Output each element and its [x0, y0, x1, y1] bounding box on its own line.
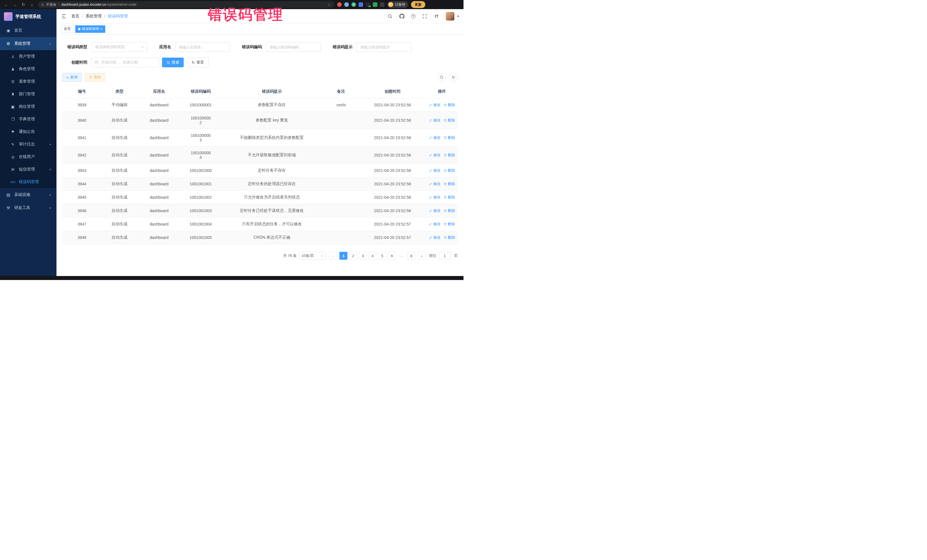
delete-link[interactable]: 删除	[444, 168, 455, 173]
sidebar-item[interactable]: ▣岗位管理	[0, 100, 56, 113]
cell-id: 3943	[62, 164, 102, 178]
browser-profile-chip[interactable]: 已暂停	[388, 1, 408, 8]
delete-link[interactable]: 删除	[444, 118, 455, 123]
picker-extension-icon[interactable]	[344, 2, 349, 7]
edit-link[interactable]: 修改	[429, 102, 441, 108]
bookmark-star-icon[interactable]: ☆	[327, 2, 331, 7]
record-extension-icon[interactable]	[337, 2, 342, 7]
github-icon[interactable]	[399, 14, 405, 19]
error-message-input[interactable]	[357, 42, 411, 52]
cell-remark	[323, 204, 359, 217]
search-icon[interactable]	[387, 14, 393, 19]
home-icon[interactable]: ⌂	[29, 2, 35, 7]
warning-icon: ⚠	[41, 3, 44, 6]
edit-link[interactable]: 修改	[429, 195, 441, 200]
edit-link[interactable]: 修改	[429, 181, 441, 187]
green-extension-icon[interactable]	[373, 2, 377, 7]
breadcrumb-item[interactable]: 首页	[71, 14, 79, 19]
cell-type: 自动生成	[102, 204, 137, 217]
error-type-select[interactable]: 请选择错误码类型 ∨	[91, 42, 147, 52]
app-name-input[interactable]	[175, 42, 230, 52]
goto-page-input[interactable]	[439, 252, 451, 260]
sidebar-item[interactable]: ✉短信管理∨	[0, 163, 56, 176]
edit-link[interactable]: 修改	[429, 135, 441, 140]
search-button[interactable]: 搜索	[162, 58, 184, 67]
sidebar-toggle-icon[interactable]	[61, 14, 67, 19]
sidebar-item[interactable]: ◎在线用户	[0, 150, 56, 163]
delete-link[interactable]: 删除	[444, 181, 455, 187]
next-page-button[interactable]: ›	[418, 252, 426, 260]
prev-page-button[interactable]: ‹	[329, 252, 337, 260]
edit-link[interactable]: 修改	[429, 222, 441, 227]
sidebar-item[interactable]: ✎审计日志∨	[0, 138, 56, 150]
sidebar-item[interactable]: ◉首页	[0, 24, 56, 37]
reset-button[interactable]: ↻ 重置	[187, 58, 208, 67]
tab[interactable]: 错误码管理×	[75, 25, 105, 33]
sidebar-item[interactable]: ⚒研发工具∨	[0, 201, 56, 214]
chevron-down-icon[interactable]: ▾	[457, 14, 459, 18]
vue-devtools-icon[interactable]	[351, 2, 356, 7]
users-icon: ♟	[10, 67, 16, 71]
extension-puzzle-icon[interactable]	[380, 2, 384, 7]
sidebar-item[interactable]: ⚙系统管理∧	[0, 37, 56, 50]
edit-link[interactable]: 修改	[429, 235, 441, 240]
delete-link[interactable]: 删除	[444, 235, 455, 240]
tab-label: 首页	[64, 27, 71, 31]
add-button[interactable]: + 新增	[62, 73, 82, 82]
edit-link[interactable]: 修改	[429, 208, 441, 213]
sidebar-item[interactable]: ♟角色管理	[0, 63, 56, 75]
app-logo[interactable]: 芋道管理系统	[0, 9, 56, 24]
forward-icon[interactable]: →	[12, 2, 18, 7]
sidebar-item[interactable]: </>错误码管理	[0, 176, 56, 188]
sidebar-item[interactable]: ♜部门管理	[0, 88, 56, 100]
sidebar-menu: ◉首页⚙系统管理∧♙用户管理♟角色管理☰菜单管理♜部门管理▣岗位管理❐字典管理⚑…	[0, 24, 56, 276]
reload-icon[interactable]: ↻	[21, 2, 26, 7]
page-size-select[interactable]: 10条/页 ∨	[299, 252, 326, 260]
address-bar[interactable]: ⚠ 不安全 | dashboard.yudao.iocoder.cn /syst…	[38, 1, 334, 8]
sidebar-item[interactable]: ❐字典管理	[0, 113, 56, 126]
date-range-picker[interactable]: 开始日期 - 结束日期	[91, 58, 159, 67]
edit-link[interactable]: 修改	[429, 118, 441, 123]
page-button[interactable]: 3	[359, 252, 367, 260]
sidebar-item[interactable]: ♙用户管理	[0, 50, 56, 63]
tab[interactable]: 首页	[61, 25, 74, 33]
cell-type: 自动生成	[102, 129, 137, 147]
apps-grid-extension-icon[interactable]	[359, 2, 363, 7]
sidebar-item-label: 首页	[14, 28, 22, 33]
end-date-placeholder: 结束日期	[123, 60, 138, 65]
sidebar-item[interactable]: ⚑通知公告	[0, 126, 56, 138]
cell-id: 3940	[62, 112, 102, 129]
proxy-switch-extension-icon[interactable]	[366, 2, 370, 7]
show-search-button[interactable]	[437, 73, 446, 82]
delete-link[interactable]: 删除	[444, 135, 455, 140]
cell-message: 定时任务已经处于该状态，无需修改	[220, 204, 324, 217]
page-button[interactable]: 2	[349, 252, 357, 260]
help-icon[interactable]: ?	[411, 14, 416, 18]
breadcrumb-item[interactable]: 系统管理	[85, 14, 102, 19]
sidebar-item[interactable]: ☰菜单管理	[0, 75, 56, 88]
export-button[interactable]: ↧ 导出	[85, 73, 105, 82]
pager-more-button[interactable]: ···	[398, 252, 406, 260]
delete-link[interactable]: 删除	[444, 222, 455, 227]
edit-link[interactable]: 修改	[429, 153, 441, 158]
page-button[interactable]: 1	[339, 252, 347, 260]
page-button[interactable]: 8	[407, 252, 415, 260]
back-icon[interactable]: ←	[3, 2, 9, 7]
font-size-icon[interactable]	[434, 14, 439, 19]
refresh-table-button[interactable]: ↻	[449, 73, 458, 82]
fullscreen-icon[interactable]	[422, 14, 427, 19]
error-code-input[interactable]	[266, 42, 321, 52]
sidebar-item[interactable]: ▤基础设施∨	[0, 188, 56, 201]
delete-link[interactable]: 删除	[444, 195, 455, 200]
close-icon[interactable]: ×	[100, 27, 102, 31]
delete-link[interactable]: 删除	[444, 208, 455, 213]
page-button[interactable]: 6	[388, 252, 396, 260]
page-button[interactable]: 5	[378, 252, 386, 260]
browser-update-button[interactable]: 更新	[411, 1, 425, 8]
page-button[interactable]: 4	[369, 252, 377, 260]
delete-link[interactable]: 删除	[444, 153, 455, 158]
delete-link[interactable]: 删除	[444, 102, 455, 108]
cell-app: dashboard	[137, 217, 181, 231]
user-avatar[interactable]	[446, 12, 454, 21]
edit-link[interactable]: 修改	[429, 168, 441, 173]
